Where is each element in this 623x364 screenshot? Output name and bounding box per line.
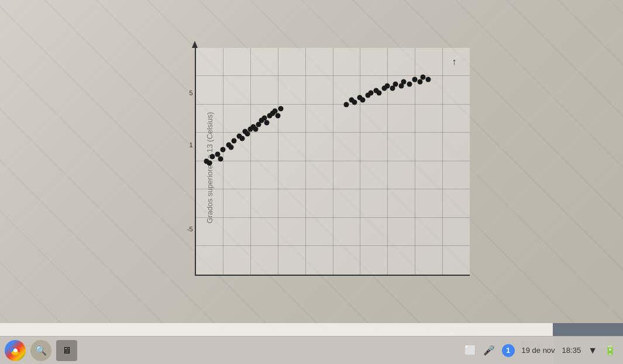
y-tick-5: 5 xyxy=(189,89,192,96)
screen: Grados superiores a 13 (Celsius) xyxy=(0,0,623,364)
chart-inner: 5 1 -5 xyxy=(195,48,470,276)
scatter-dot xyxy=(393,81,398,86)
scatter-dot xyxy=(385,84,390,89)
display-taskbar-icon[interactable]: 🖥 xyxy=(56,340,77,361)
scatter-dot xyxy=(398,84,404,89)
scatter-dot xyxy=(420,74,425,79)
scatter-dot xyxy=(209,154,215,159)
taskbar-date: 19 de nov xyxy=(522,346,555,355)
scatter-dot xyxy=(256,122,261,127)
scatter-dot xyxy=(360,97,365,102)
scatter-dot xyxy=(343,102,349,107)
notification-badge[interactable]: 1 xyxy=(502,344,515,357)
scatter-dot xyxy=(221,147,226,152)
scatter-dot xyxy=(369,91,374,96)
grid-line-v-1 xyxy=(223,48,223,275)
scatter-dot xyxy=(390,86,395,91)
scatter-dot xyxy=(232,138,237,143)
scatter-dot xyxy=(418,79,423,84)
svg-point-1 xyxy=(13,349,17,352)
grid-line-v-2 xyxy=(250,48,251,275)
taskbar-right: ⬜ 🎤 1 19 de nov 18:35 ▼ 🔋 xyxy=(464,344,624,357)
chrome-icon[interactable] xyxy=(5,340,26,361)
grid-line-v-4 xyxy=(305,48,306,275)
grid-line-v-5 xyxy=(333,48,333,275)
scatter-dot xyxy=(407,81,412,86)
scatter-dot xyxy=(206,161,212,166)
taskbar-left: 🔍 🖥 xyxy=(0,340,77,361)
taskbar-time: 18:35 xyxy=(562,346,581,355)
scatter-dot xyxy=(218,156,223,161)
battery-taskbar-icon[interactable]: 🔋 xyxy=(604,345,616,356)
scatter-dot xyxy=(401,79,407,84)
y-tick-neg5: -5 xyxy=(187,226,193,233)
scatter-dot xyxy=(253,127,259,132)
grid-line-v-6 xyxy=(360,48,360,275)
wifi-taskbar-icon[interactable]: ▼ xyxy=(588,345,597,356)
scatter-dot xyxy=(245,131,250,136)
scatter-dot xyxy=(278,106,283,112)
grid-line-v-3 xyxy=(278,48,278,275)
scatter-dot xyxy=(426,77,431,82)
scatter-dot xyxy=(229,145,234,150)
scatter-dot xyxy=(264,120,270,125)
scatter-dot xyxy=(275,113,280,118)
y-tick-1: 1 xyxy=(189,141,192,148)
grid-line-v-9 xyxy=(442,48,443,275)
scatter-dot xyxy=(377,91,382,96)
grid-line-v-7 xyxy=(387,48,388,275)
scatter-dot xyxy=(240,136,245,141)
taskbar: 🔍 🖥 ⬜ 🎤 1 19 de nov 18:35 ▼ 🔋 xyxy=(0,336,623,364)
search-taskbar-icon[interactable]: 🔍 xyxy=(30,340,51,361)
scatter-dot xyxy=(412,77,417,82)
screenshot-taskbar-icon[interactable]: ⬜ xyxy=(464,345,476,356)
main-content: Grados superiores a 13 (Celsius) xyxy=(0,0,623,323)
chart-area: Grados superiores a 13 (Celsius) xyxy=(171,42,476,293)
scatter-dot xyxy=(352,99,357,105)
mic-taskbar-icon[interactable]: 🎤 xyxy=(483,345,495,356)
